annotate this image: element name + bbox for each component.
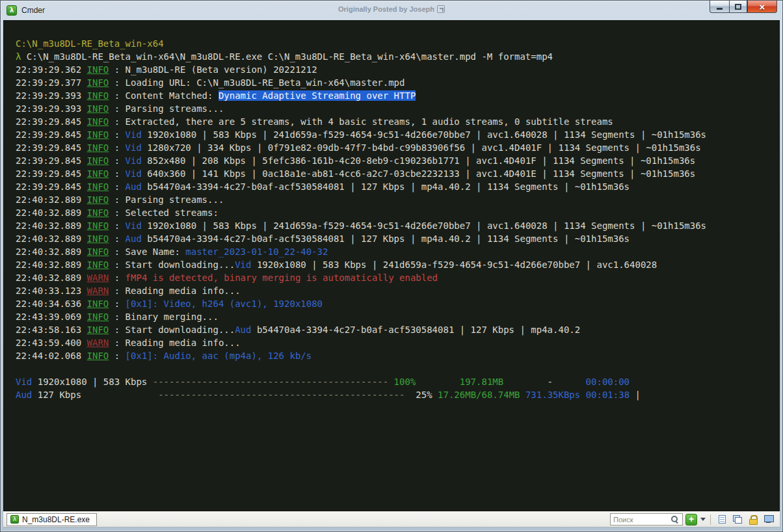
terminal-line: 22:40:33.123 WARN : Reading media info..… [16, 284, 775, 297]
terminal-segment: WARN [87, 286, 109, 296]
terminal-segment: ----------------------------------------… [158, 390, 405, 400]
terminal-segment: 22:39:29.845 [16, 142, 87, 153]
terminal-segment: : [109, 273, 125, 283]
terminal-segment: Parsing streams... [126, 103, 224, 114]
terminal-segment: 22:40:34.636 [16, 299, 87, 309]
terminal-segment: INFO [87, 181, 109, 192]
terminal-segment: 22:43:39.069 [16, 312, 87, 322]
terminal-segment: Parsing streams... [126, 194, 224, 205]
terminal-segment: : [109, 181, 125, 192]
terminal-line: 22:39:29.845 INFO : Vid 1920x1080 | 583 … [16, 128, 775, 141]
terminal-segment: 1280x720 | 334 Kbps | 0f791e82-09db-47f7… [142, 142, 701, 153]
terminal-segment: master_2023-01-10_22-40-32 [185, 246, 328, 257]
terminal-segment: INFO [87, 194, 109, 205]
terminal-line: 22:39:29.377 INFO : Loading URL: C:\N_m3… [16, 76, 775, 89]
terminal-line: Aud 127 Kbps ---------------------------… [16, 388, 775, 401]
close-button[interactable]: × [747, 1, 777, 13]
terminal-line: C:\N_m3u8DL-RE_Beta_win-x64 [16, 37, 775, 50]
terminal-output[interactable]: C:\N_m3u8DL-RE_Beta_win-x64λ C:\N_m3u8DL… [3, 20, 780, 511]
new-console-dropdown-icon[interactable] [700, 518, 706, 521]
terminal-segment: Vid [126, 220, 142, 231]
terminal-segment: 22:40:32.889 [16, 259, 87, 270]
terminal-segment: ----------------------------------------… [153, 377, 388, 387]
terminal-segment: Vid [126, 142, 142, 153]
terminal-segment: : [109, 299, 125, 309]
terminal-segment: INFO [87, 220, 109, 231]
terminal-line: 22:40:32.889 INFO : Save Name: master_20… [16, 245, 775, 258]
monitor-button[interactable] [762, 513, 775, 526]
cmder-icon[interactable]: λ [7, 5, 17, 16]
terminal-segment: 22:39:29.845 [16, 116, 87, 127]
terminal-segment: 00:01:38 [580, 390, 630, 400]
terminal-segment: 22:39:29.362 [16, 64, 87, 75]
terminal-segment: : [109, 220, 125, 231]
console-tab[interactable]: λ N_m3u8DL-RE.exe [7, 513, 97, 526]
terminal-segment: [0x1]: Audio, aac (mp4a), 126 kb/s [126, 351, 312, 361]
window-controls: × [710, 1, 777, 13]
terminal-segment: Aud [235, 325, 251, 335]
terminal-segment: 25% [405, 390, 432, 400]
terminal-segment: INFO [87, 155, 109, 166]
search-input[interactable] [611, 514, 670, 524]
highlighted-text: Dynamic Adaptive Streaming over HTTP [219, 90, 416, 101]
terminal-segment: : [109, 259, 125, 270]
maximize-button[interactable] [729, 1, 747, 13]
search-icon[interactable] [670, 515, 679, 524]
terminal-segment: 22:40:33.123 [16, 286, 87, 296]
windows-mode-button[interactable] [731, 513, 744, 526]
forum-watermark-text: Originally Posted by Joseph [338, 5, 434, 13]
lock-console-button[interactable] [747, 513, 760, 526]
terminal-segment: : [109, 312, 125, 322]
terminal-segment: b54470a4-3394-4c27-b0af-acf530584081 | 1… [142, 181, 630, 192]
terminal-line: 22:39:29.845 INFO : Vid 640x360 | 141 Kb… [16, 167, 775, 180]
monitor-icon [764, 515, 773, 524]
terminal-segment: Reading media info... [126, 286, 241, 296]
terminal-segment: 1920x1080 | 583 Kbps | 241d659a-f529-465… [142, 129, 706, 140]
view-post-icon [437, 5, 445, 13]
terminal-segment: : [109, 207, 125, 218]
terminal-line: 22:40:32.889 INFO : Parsing streams... [16, 193, 775, 206]
terminal-segment [16, 364, 21, 374]
cmder-icon-glyph: λ [10, 6, 14, 14]
terminal-segment: - [503, 377, 553, 387]
terminal-segment: 17.26MB/68.74MB [432, 390, 520, 400]
terminal-segment: Start downloading... [126, 325, 235, 335]
terminal-segment: 22:40:32.889 [16, 207, 87, 218]
titlebar[interactable]: λ Cmder Originally Posted by Joseph × [1, 1, 782, 20]
terminal-segment: 22:43:59.400 [16, 338, 87, 348]
minimize-button[interactable] [710, 1, 729, 13]
terminal-segment: [0x1]: Video, h264 (avc1), 1920x1080 [126, 299, 323, 309]
tabs-list-button[interactable] [715, 513, 728, 526]
terminal-segment: Loading URL: C:\N_m3u8DL-RE_Beta_win-x64… [126, 77, 405, 88]
terminal-segment: : [109, 155, 125, 166]
terminal-segment: : [109, 351, 125, 361]
terminal-segment: fMP4 is detected, binary merging is auto… [126, 273, 438, 283]
terminal-segment: 22:39:29.845 [16, 181, 87, 192]
terminal-segment: : [109, 142, 125, 153]
terminal-segment: 22:39:29.393 [16, 103, 87, 114]
terminal-line: 22:44:02.068 INFO : [0x1]: Audio, aac (m… [16, 349, 775, 362]
terminal-segment: 00:00:00 [553, 377, 630, 387]
terminal-segment: Aud [126, 233, 142, 244]
terminal-segment: : [109, 338, 125, 348]
terminal-segment: 22:40:32.889 [16, 246, 87, 257]
new-console-plus-icon: + [689, 514, 694, 524]
terminal-segment: INFO [87, 246, 109, 257]
terminal-line: Vid 1920x1080 | 583 Kbps ---------------… [16, 375, 775, 388]
new-console-button[interactable]: + [685, 514, 697, 525]
terminal-segment: WARN [87, 273, 109, 283]
terminal-segment: 100% [388, 377, 416, 387]
terminal-segment: INFO [87, 77, 109, 88]
terminal-segment: b54470a4-3394-4c27-b0af-acf530584081 | 1… [142, 233, 630, 244]
terminal-segment: C:\N_m3u8DL-RE_Beta_win-x64\N_m3u8DL-RE.… [27, 51, 553, 62]
terminal-segment: WARN [87, 338, 109, 348]
minimize-icon [717, 8, 723, 10]
terminal-segment: : [109, 129, 125, 140]
terminal-line: 22:43:39.069 INFO : Binary merging... [16, 310, 775, 323]
terminal-segment: Save Name: [126, 246, 186, 257]
terminal-segment: INFO [87, 64, 109, 75]
terminal-segment: 852x480 | 208 Kbps | 5fefc386-161b-4c20-… [142, 155, 695, 166]
terminal-line: 22:39:29.393 INFO : Content Matched: Dyn… [16, 89, 775, 102]
terminal-line: 22:39:29.845 INFO : Vid 1280x720 | 334 K… [16, 141, 775, 154]
terminal-line: 22:40:32.889 INFO : Start downloading...… [16, 258, 775, 271]
